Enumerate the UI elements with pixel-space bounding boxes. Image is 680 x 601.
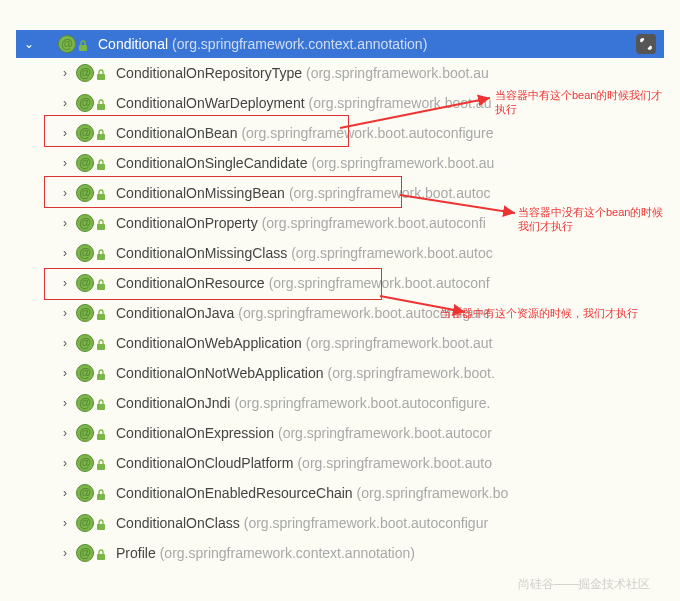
at-icon: @ [76,94,94,112]
item-class-name: ConditionalOnRepositoryType [116,65,302,81]
item-class-name: ConditionalOnMissingClass [116,245,287,261]
expand-arrow-icon[interactable]: › [56,546,74,560]
lock-icon [96,189,106,201]
item-package: (org.springframework.bo [357,485,509,501]
item-package: (org.springframework.boot.autoconfigur [244,515,488,531]
tree-item[interactable]: ›@ConditionalOnCloudPlatform(org.springf… [16,448,664,478]
annotation-icon-group: @ [76,304,106,322]
tree-item[interactable]: ›@ConditionalOnWarDeployment(org.springf… [16,88,664,118]
lock-icon [96,519,106,531]
expand-arrow-icon[interactable]: › [56,426,74,440]
tree-item[interactable]: ›@ConditionalOnJava(org.springframework.… [16,298,664,328]
tree-item[interactable]: ›@ConditionalOnResource(org.springframew… [16,268,664,298]
tree-item[interactable]: ›@ConditionalOnWebApplication(org.spring… [16,328,664,358]
expand-arrow-icon[interactable]: › [56,246,74,260]
lock-icon [96,399,106,411]
expand-arrow-icon[interactable]: › [56,96,74,110]
item-package: (org.springframework.boot. [328,365,495,381]
tree-header-row[interactable]: ⌄ @ Conditional (org.springframework.con… [16,30,664,58]
expand-arrow-icon[interactable]: › [56,66,74,80]
tree-item[interactable]: ›@ConditionalOnBean(org.springframework.… [16,118,664,148]
at-icon: @ [76,244,94,262]
item-package: (org.springframework.boot.auto [297,455,492,471]
watermark: 尚硅谷——掘金技术社区 [518,576,650,593]
tree-item[interactable]: ›@ConditionalOnProperty(org.springframew… [16,208,664,238]
lock-icon [96,99,106,111]
at-icon: @ [76,514,94,532]
at-icon: @ [76,64,94,82]
annotation-icon-group: @ [76,394,106,412]
annotation-icon-group: @ [76,424,106,442]
expand-arrow-icon[interactable]: › [56,156,74,170]
svg-rect-1 [97,74,105,80]
lock-icon [78,40,88,52]
expand-arrow-icon[interactable]: › [56,306,74,320]
svg-rect-4 [97,164,105,170]
expand-arrow-icon[interactable]: › [56,276,74,290]
expand-arrow-icon[interactable]: › [56,216,74,230]
item-class-name: ConditionalOnMissingBean [116,185,285,201]
item-class-name: ConditionalOnJava [116,305,234,321]
tree-item[interactable]: ›@Profile(org.springframework.context.an… [16,538,664,568]
at-icon: @ [76,454,94,472]
item-class-name: ConditionalOnResource [116,275,265,291]
tree-container: ⌄ @ Conditional (org.springframework.con… [0,0,680,601]
tree-items: ›@ConditionalOnRepositoryType(org.spring… [16,58,664,568]
item-class-name: ConditionalOnBean [116,125,237,141]
collapse-arrow-icon[interactable]: ⌄ [20,37,38,51]
at-icon: @ [76,214,94,232]
tree-item[interactable]: ›@ConditionalOnNotWebApplication(org.spr… [16,358,664,388]
svg-rect-7 [97,254,105,260]
lock-icon [96,129,106,141]
item-package: (org.springframework.boot.autoconf [269,275,490,291]
lock-icon [96,159,106,171]
class-tree: ⌄ @ Conditional (org.springframework.con… [16,30,664,568]
lock-icon [96,549,106,561]
header-package: (org.springframework.context.annotation) [172,36,427,52]
svg-rect-16 [97,524,105,530]
svg-rect-13 [97,434,105,440]
item-class-name: ConditionalOnCloudPlatform [116,455,293,471]
item-package: (org.springframework.boot.autoconfigure [241,125,493,141]
annotation-icon-group: @ [76,274,106,292]
annotation-icon-group: @ [76,364,106,382]
expand-arrow-icon[interactable]: › [56,336,74,350]
lock-icon [96,309,106,321]
expand-arrow-icon[interactable]: › [56,396,74,410]
at-icon: @ [76,184,94,202]
item-package: (org.springframework.boot.autoc [291,245,493,261]
at-icon: @ [76,274,94,292]
expand-button[interactable] [636,34,656,54]
annotation-icon-group: @ [76,214,106,232]
lock-icon [96,279,106,291]
tree-item[interactable]: ›@ConditionalOnClass(org.springframework… [16,508,664,538]
header-class-name: Conditional [98,36,168,52]
expand-arrow-icon[interactable]: › [56,516,74,530]
expand-arrow-icon[interactable]: › [56,456,74,470]
item-package: (org.springframework.boot.autoconfi [262,215,486,231]
annotation-icon-group: @ [76,244,106,262]
at-icon: @ [76,334,94,352]
at-icon: @ [76,124,94,142]
item-class-name: ConditionalOnSingleCandidate [116,155,307,171]
item-package: (org.springframework.boot.au [309,95,492,111]
expand-arrow-icon[interactable]: › [56,186,74,200]
tree-item[interactable]: ›@ConditionalOnSingleCandidate(org.sprin… [16,148,664,178]
annotation-icon-group: @ [76,154,106,172]
lock-icon [96,459,106,471]
item-package: (org.springframework.boot.au [306,65,489,81]
svg-rect-0 [79,45,87,51]
annotation-icon-group: @ [58,35,88,53]
tree-item[interactable]: ›@ConditionalOnRepositoryType(org.spring… [16,58,664,88]
svg-rect-8 [97,284,105,290]
expand-arrow-icon[interactable]: › [56,366,74,380]
tree-item[interactable]: ›@ConditionalOnEnabledResourceChain(org.… [16,478,664,508]
expand-arrow-icon[interactable]: › [56,126,74,140]
expand-arrow-icon[interactable]: › [56,486,74,500]
tree-item[interactable]: ›@ConditionalOnExpression(org.springfram… [16,418,664,448]
item-package: (org.springframework.context.annotation) [160,545,415,561]
lock-icon [96,339,106,351]
tree-item[interactable]: ›@ConditionalOnMissingBean(org.springfra… [16,178,664,208]
tree-item[interactable]: ›@ConditionalOnJndi(org.springframework.… [16,388,664,418]
tree-item[interactable]: ›@ConditionalOnMissingClass(org.springfr… [16,238,664,268]
